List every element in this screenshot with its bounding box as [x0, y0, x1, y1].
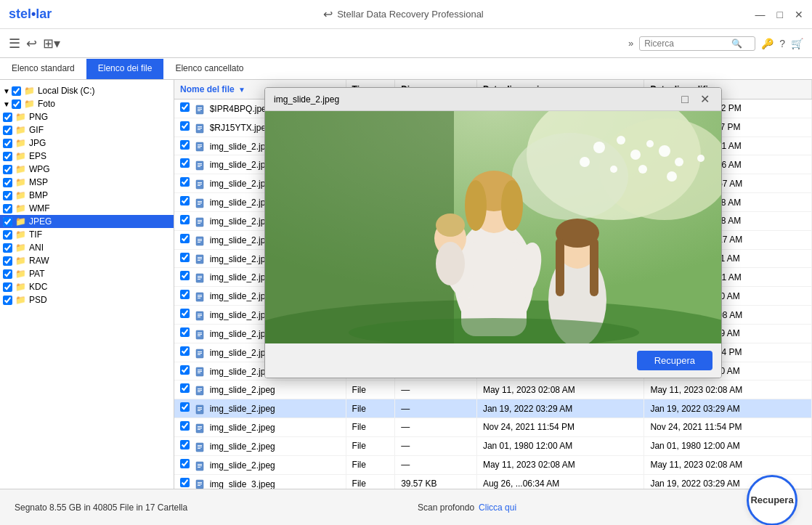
- tree-root[interactable]: ▼ 📁 Local Disk (C:): [0, 84, 174, 97]
- wpg-checkbox[interactable]: [3, 165, 12, 174]
- back-button[interactable]: ↩: [26, 36, 37, 52]
- row-checkbox[interactable]: [180, 215, 190, 224]
- row-checkbox[interactable]: [180, 271, 190, 280]
- tree-psd[interactable]: 📁 PSD: [0, 293, 174, 306]
- modal-recover-button[interactable]: Recupera: [637, 351, 712, 370]
- file-name: img_slide_2.jpeg: [210, 441, 275, 452]
- preview-modal: img_slide_2.jpeg □ ✕: [264, 87, 722, 378]
- file-name: img_slide_2.jpeg: [210, 460, 275, 471]
- kdc-checkbox[interactable]: [3, 282, 12, 292]
- cart-icon[interactable]: 🛒: [791, 38, 803, 49]
- svg-rect-25: [198, 220, 202, 221]
- ani-checkbox[interactable]: [3, 243, 12, 253]
- menu-button[interactable]: ☰: [9, 36, 20, 52]
- scan-link[interactable]: Clicca qui: [479, 502, 516, 513]
- row-checkbox[interactable]: [180, 158, 190, 168]
- jpg-checkbox[interactable]: [3, 139, 12, 148]
- row-checkbox[interactable]: [180, 253, 190, 262]
- cell-name: img_slide_2.jpeg: [174, 436, 346, 455]
- row-checkbox[interactable]: [180, 140, 190, 150]
- tree-wpg[interactable]: 📁 WPG: [0, 163, 174, 176]
- grid-view-button[interactable]: ⊞▾: [43, 36, 60, 52]
- svg-rect-35: [198, 260, 200, 261]
- more-button[interactable]: »: [628, 38, 633, 49]
- svg-rect-83: [198, 485, 200, 486]
- row-checkbox[interactable]: [180, 459, 190, 468]
- tab-files[interactable]: Elenco dei file: [86, 59, 164, 79]
- tree-jpg[interactable]: 📁 JPG: [0, 137, 174, 150]
- tif-checkbox[interactable]: [3, 230, 12, 240]
- row-checkbox[interactable]: [180, 327, 190, 337]
- tree-wmf-label: WMF: [29, 203, 50, 213]
- table-row[interactable]: img_slide_3.jpeg File 39.57 KB Aug 26, .…: [174, 474, 812, 489]
- tree-ani-label: ANI: [29, 243, 44, 253]
- row-checkbox[interactable]: [180, 102, 190, 112]
- tree-png[interactable]: 📁 PNG: [0, 110, 174, 123]
- row-checkbox[interactable]: [180, 440, 190, 449]
- row-checkbox[interactable]: [180, 383, 190, 393]
- search-input[interactable]: [644, 38, 731, 49]
- row-checkbox[interactable]: [180, 346, 190, 356]
- cell-type: File: [346, 399, 395, 418]
- eps-checkbox[interactable]: [3, 152, 12, 161]
- table-row[interactable]: img_slide_2.jpeg File — May 11, 2023 02:…: [174, 455, 812, 474]
- key-icon[interactable]: 🔑: [761, 38, 774, 49]
- main-recover-button[interactable]: Recupera: [747, 475, 797, 526]
- root-checkbox[interactable]: [12, 86, 21, 96]
- row-checkbox[interactable]: [180, 365, 190, 375]
- foto-checkbox[interactable]: [12, 99, 21, 109]
- tree-foto[interactable]: ▼ 📁 Foto: [0, 97, 174, 110]
- row-checkbox[interactable]: [180, 121, 190, 131]
- wmf-checkbox[interactable]: [3, 204, 12, 213]
- row-checkbox[interactable]: [180, 402, 190, 412]
- psd-checkbox[interactable]: [3, 296, 12, 305]
- bmp-checkbox[interactable]: [3, 191, 12, 200]
- tree-root-label: Local Disk (C:): [38, 86, 95, 96]
- close-button[interactable]: ✕: [795, 9, 803, 20]
- tree-jpeg[interactable]: 📁 JPEG: [0, 215, 174, 228]
- svg-rect-3: [198, 110, 200, 111]
- tree-ani[interactable]: 📁 ANI: [0, 241, 174, 254]
- row-checkbox[interactable]: [180, 196, 190, 205]
- table-row[interactable]: img_slide_2.jpeg File — Nov 24, 2021 11:…: [174, 418, 812, 437]
- gif-checkbox[interactable]: [3, 126, 12, 135]
- tree-pat[interactable]: 📁 PAT: [0, 267, 174, 280]
- modal-close-button[interactable]: ✕: [697, 92, 712, 106]
- tree-bmp[interactable]: 📁 BMP: [0, 189, 174, 202]
- tree-msp[interactable]: 📁 MSP: [0, 176, 174, 189]
- svg-rect-31: [198, 242, 200, 243]
- cell-size: —: [395, 399, 477, 418]
- svg-rect-61: [198, 388, 202, 389]
- tree-eps[interactable]: 📁 EPS: [0, 150, 174, 163]
- tree-raw[interactable]: 📁 RAW: [0, 254, 174, 267]
- png-checkbox[interactable]: [3, 113, 12, 122]
- tab-standard[interactable]: Elenco standard: [0, 59, 86, 79]
- table-row[interactable]: img_slide_2.jpeg File — May 11, 2023 02:…: [174, 380, 812, 399]
- tree-tif[interactable]: 📁 TIF: [0, 228, 174, 241]
- tree-gif[interactable]: 📁 GIF: [0, 123, 174, 137]
- row-checkbox[interactable]: [180, 421, 190, 431]
- cell-type: File: [346, 418, 395, 437]
- tree-wmf[interactable]: 📁 WMF: [0, 202, 174, 215]
- row-checkbox[interactable]: [180, 177, 190, 187]
- pat-checkbox[interactable]: [3, 269, 12, 279]
- folder-icon: 📁: [24, 86, 35, 96]
- tab-deleted[interactable]: Elenco cancellato: [163, 59, 255, 79]
- row-checkbox[interactable]: [180, 290, 190, 299]
- tree-kdc[interactable]: 📁 KDC: [0, 280, 174, 293]
- cell-created: Nov 24, 2021 11:54 PM: [476, 418, 644, 437]
- row-checkbox[interactable]: [180, 478, 190, 487]
- msp-checkbox[interactable]: [3, 178, 12, 187]
- tree-jpg-label: JPG: [29, 138, 46, 148]
- jpeg-checkbox[interactable]: [3, 217, 12, 227]
- row-checkbox[interactable]: [180, 309, 190, 318]
- row-checkbox[interactable]: [180, 234, 190, 243]
- table-row[interactable]: img_slide_2.jpeg File — Jan 19, 2022 03:…: [174, 399, 812, 418]
- modal-restore-button[interactable]: □: [678, 92, 691, 106]
- table-row[interactable]: img_slide_2.jpeg File — Jan 01, 1980 12:…: [174, 436, 812, 455]
- sidebar: ▼ 📁 Local Disk (C:) ▼ 📁 Foto 📁 PNG 📁 GIF…: [0, 80, 174, 489]
- maximize-button[interactable]: □: [777, 9, 783, 20]
- raw-checkbox[interactable]: [3, 256, 12, 266]
- help-icon[interactable]: ?: [779, 38, 785, 49]
- minimize-button[interactable]: —: [755, 9, 766, 20]
